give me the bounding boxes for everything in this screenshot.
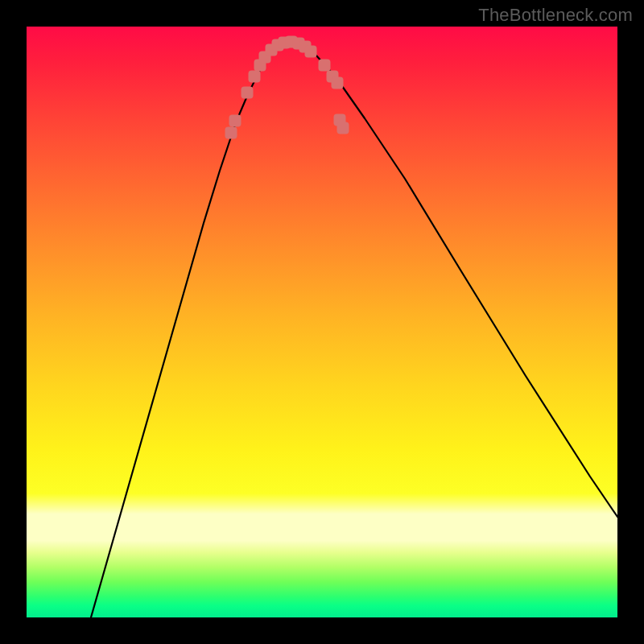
bottleneck-curve-svg: [27, 27, 617, 617]
curve-marker: [332, 77, 344, 89]
curve-marker: [242, 87, 254, 99]
bottleneck-curve: [91, 43, 617, 617]
watermark-text: TheBottleneck.com: [478, 5, 633, 26]
curve-markers: [225, 36, 349, 139]
chart-frame: TheBottleneck.com: [0, 0, 644, 644]
plot-area: [27, 27, 617, 617]
curve-marker: [225, 127, 237, 139]
curve-marker: [319, 60, 331, 72]
curve-marker: [305, 46, 317, 58]
curve-marker: [229, 115, 242, 127]
curve-marker: [337, 122, 349, 134]
curve-marker: [249, 71, 261, 83]
